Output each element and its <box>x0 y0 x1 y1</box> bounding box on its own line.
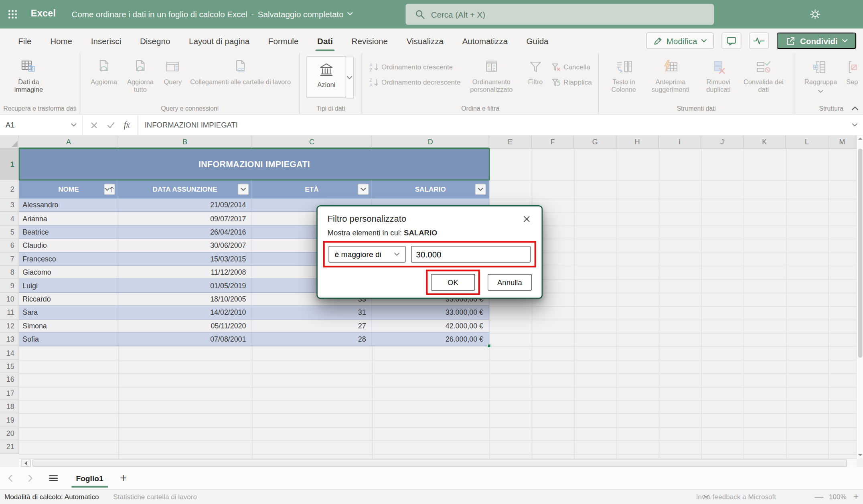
horizontal-scroll-thumb[interactable] <box>32 459 847 467</box>
vertical-scroll-thumb[interactable] <box>858 149 863 358</box>
column-header-J[interactable]: J <box>701 136 744 149</box>
column-header-L[interactable]: L <box>786 136 829 149</box>
gear-icon[interactable] <box>809 8 821 20</box>
column-header-F[interactable]: F <box>532 136 574 149</box>
row-header-20[interactable]: 20 <box>0 427 19 440</box>
cell-date[interactable]: 26/04/2016 <box>118 225 252 238</box>
column-header-G[interactable]: G <box>574 136 616 149</box>
tab-file[interactable]: File <box>9 28 41 53</box>
zoom-level[interactable]: 100% <box>829 493 847 501</box>
condividi-share-button[interactable]: Condividi <box>776 32 856 49</box>
tab-inserisci[interactable]: Inserisci <box>81 28 130 53</box>
formula-content[interactable]: INFORMAZIONI IMPIEGATI <box>138 121 852 130</box>
column-header-D[interactable]: D <box>372 136 489 149</box>
chevron-down-icon[interactable] <box>346 57 354 98</box>
column-header-A[interactable]: A <box>19 136 118 149</box>
table-header-data-assunzione[interactable]: DATA ASSUNZIONE <box>118 180 252 199</box>
add-sheet-plus-icon[interactable]: + <box>120 473 127 484</box>
row-header-8[interactable]: 8 <box>0 266 19 279</box>
zoom-out-button[interactable]: — <box>814 492 823 502</box>
table-header-salario[interactable]: SALARIO <box>372 180 489 199</box>
cell-name[interactable]: Claudio <box>19 239 118 252</box>
row-header-11[interactable]: 11 <box>0 306 19 319</box>
cell-date[interactable]: 14/02/2010 <box>118 306 252 319</box>
scroll-down-arrow-icon[interactable] <box>857 453 863 457</box>
row-header-6[interactable]: 6 <box>0 239 19 252</box>
cell-date[interactable]: 01/05/2019 <box>118 279 252 292</box>
close-icon[interactable] <box>522 214 532 224</box>
cell-date[interactable]: 15/03/2015 <box>118 252 252 265</box>
column-header-E[interactable]: E <box>489 136 532 149</box>
search-input[interactable]: Cerca (Alt + X) <box>405 4 714 25</box>
cell-name[interactable]: Beatrice <box>19 225 118 238</box>
column-header-K[interactable]: K <box>743 136 786 149</box>
scroll-left-arrow-icon[interactable] <box>21 459 31 467</box>
column-header-I[interactable]: I <box>659 136 701 149</box>
column-header-C[interactable]: C <box>252 136 372 149</box>
ok-button[interactable]: OK <box>431 274 475 290</box>
column-header-M[interactable]: M <box>829 136 857 149</box>
column-header-B[interactable]: B <box>118 136 252 149</box>
cell-date[interactable]: 09/07/2017 <box>118 212 252 225</box>
cell-eta[interactable]: 28 <box>252 333 372 346</box>
tab-formule[interactable]: Formule <box>259 28 308 53</box>
document-title[interactable]: Come ordinare i dati in un foglio di cal… <box>71 9 353 18</box>
cell-name[interactable]: Giacomo <box>19 266 118 279</box>
filter-dropdown-button[interactable] <box>238 184 249 194</box>
zoom-in-button[interactable]: + <box>853 492 859 502</box>
sheet-tab-foglio1[interactable]: Foglio1 <box>71 467 107 489</box>
name-box[interactable]: A1 <box>0 115 83 135</box>
row-header-14[interactable]: 14 <box>0 346 19 360</box>
row-header-18[interactable]: 18 <box>0 400 19 413</box>
fill-handle[interactable] <box>487 344 491 348</box>
tab-revisione[interactable]: Revisione <box>342 28 397 53</box>
ribbon-button-azioni[interactable]: Azioni <box>306 56 346 98</box>
row-header-21[interactable]: 21 <box>0 440 19 453</box>
cell-name[interactable]: Sara <box>19 306 118 319</box>
row-header-10[interactable]: 10 <box>0 293 19 306</box>
scroll-up-arrow-icon[interactable] <box>857 136 863 141</box>
cell-name[interactable]: Simona <box>19 320 118 332</box>
cell-name[interactable]: Luigi <box>19 279 118 292</box>
app-launcher-waffle-icon[interactable] <box>8 9 18 19</box>
row-header-16[interactable]: 16 <box>0 373 19 387</box>
cell-date[interactable]: 11/12/2008 <box>118 266 252 279</box>
cell-date[interactable]: 21/09/2014 <box>118 198 252 211</box>
tab-home[interactable]: Home <box>41 28 82 53</box>
insert-function-fx-button[interactable]: fx <box>124 121 130 130</box>
cell-name[interactable]: Alessandro <box>19 198 118 211</box>
row-header-9[interactable]: 9 <box>0 279 19 292</box>
filter-operator-select[interactable]: è maggiore di <box>328 246 405 262</box>
cell-salario[interactable]: 42.000,00 € <box>372 320 489 332</box>
expand-formula-bar-chevron-icon[interactable] <box>852 123 863 127</box>
row-header-12[interactable]: 12 <box>0 320 19 333</box>
row-header-19[interactable]: 19 <box>0 413 19 427</box>
cell-name[interactable]: Riccardo <box>19 293 118 306</box>
tab-visualizza[interactable]: Visualizza <box>397 28 453 53</box>
row-header-2[interactable]: 2 <box>0 180 19 199</box>
tab-automatizza[interactable]: Automatizza <box>453 28 517 53</box>
tab-guida[interactable]: Guida <box>517 28 558 53</box>
comments-button[interactable] <box>721 32 741 49</box>
activity-button[interactable] <box>749 32 768 49</box>
cell-eta[interactable]: 27 <box>252 320 372 332</box>
filter-dropdown-button[interactable] <box>475 184 486 194</box>
table-header-nome[interactable]: NOME <box>19 180 118 199</box>
tab-dati[interactable]: Dati <box>308 28 342 53</box>
cell-date[interactable]: 30/06/2007 <box>118 239 252 252</box>
row-header-17[interactable]: 17 <box>0 387 19 400</box>
select-all-corner[interactable] <box>0 136 19 149</box>
row-header-5[interactable]: 5 <box>0 225 19 239</box>
ribbon-button-dati-da-immagine[interactable]: Dati da immagine <box>6 56 51 93</box>
cell-salario[interactable]: 33.000,00 € <box>372 306 489 319</box>
cell-eta[interactable]: 31 <box>252 306 372 319</box>
row-header-7[interactable]: 7 <box>0 252 19 265</box>
cell-salario[interactable]: 26.000,00 € <box>372 333 489 346</box>
cell-name[interactable]: Sofia <box>19 333 118 346</box>
modifica-mode-button[interactable]: Modifica <box>646 32 714 49</box>
filter-dropdown-button[interactable] <box>358 184 369 194</box>
cell-name[interactable]: Francesco <box>19 252 118 265</box>
calc-mode-status[interactable]: Modalità di calcolo: Automatico <box>4 493 99 501</box>
tab-disegno[interactable]: Disegno <box>131 28 180 53</box>
cell-name[interactable]: Arianna <box>19 212 118 225</box>
